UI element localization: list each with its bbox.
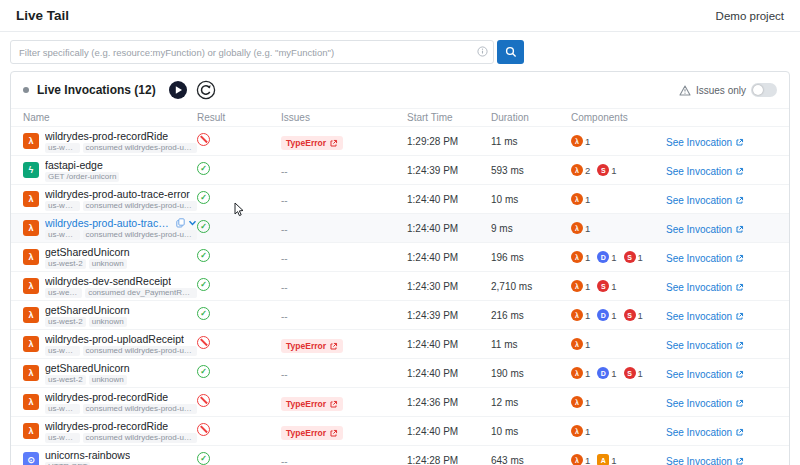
components-cell: λ1D1S1 [571, 251, 666, 263]
invocation-meta: us-west-2consumed wildrydes-prod-unicorn… [45, 230, 197, 240]
messaging-component-icon: S [624, 367, 636, 379]
see-invocation-link[interactable]: See Invocation [666, 398, 744, 409]
link-external-icon [735, 457, 744, 465]
see-invocation-link[interactable]: See Invocation [666, 427, 744, 438]
table-row[interactable]: λ wildrydes-prod-recordRide us-west-2con… [11, 417, 789, 446]
see-invocation-label: See Invocation [666, 369, 732, 380]
messaging-component-icon: S [597, 280, 609, 292]
table-row[interactable]: λ wildrydes-prod-auto-trace-error us-wes… [11, 185, 789, 214]
issues-only-toggle[interactable] [751, 83, 777, 97]
start-time: 1:24:40 PM [407, 223, 491, 234]
components-cell: λ1D1S1 [571, 309, 666, 321]
see-invocation-link[interactable]: See Invocation [666, 282, 744, 293]
refresh-button[interactable] [196, 80, 216, 100]
search-button[interactable] [497, 40, 524, 64]
component-count: 1 [585, 223, 590, 234]
table-row[interactable]: λ getSharedUnicorn us-west-2unknown -- 1… [11, 359, 789, 388]
issue-badge[interactable]: TypeError [281, 339, 343, 353]
live-invocations-panel: Live Invocations (12) Issues only Name R… [10, 71, 790, 465]
invocation-name: wildrydes-prod-uploadReceipt [45, 333, 184, 345]
component-badge: D1 [597, 367, 616, 379]
lambda-icon: λ [23, 249, 39, 265]
invocation-name: wildrydes-prod-recordRide [45, 420, 168, 432]
invocation-name: wildrydes-prod-recordRide [45, 130, 168, 142]
see-invocation-link[interactable]: See Invocation [666, 195, 744, 206]
invocation-meta: us-west-2consumed wildrydes-prod-unicorn… [45, 433, 197, 443]
see-invocation-link[interactable]: See Invocation [666, 456, 744, 465]
component-badge: λ1 [571, 338, 590, 350]
invocation-name: wildrydes-prod-auto-trace-error [45, 217, 172, 229]
component-badge: λ1 [571, 251, 590, 263]
link-external-icon [735, 196, 744, 205]
link-external-icon [735, 138, 744, 147]
error-icon [197, 423, 210, 436]
see-invocation-link[interactable]: See Invocation [666, 369, 744, 380]
issue-badge[interactable]: TypeError [281, 426, 343, 440]
issues-only-label: Issues only [696, 85, 746, 96]
copy-icon[interactable] [176, 218, 185, 228]
table-row[interactable]: λ wildrydes-prod-uploadReceipt us-west-2… [11, 330, 789, 359]
component-count: 2 [585, 165, 590, 176]
see-invocation-link[interactable]: See Invocation [666, 224, 744, 235]
component-count: 1 [585, 194, 590, 205]
meta-chip: consumed wildrydes-prod-unicornDis [83, 143, 197, 153]
issue-external-link-icon [329, 429, 338, 438]
component-count: 1 [611, 281, 616, 292]
start-time: 1:24:36 PM [407, 397, 491, 408]
duration: 2,710 ms [491, 281, 571, 292]
table-row[interactable]: ⊙ unicorns-rainbows HTTP GET -- 1:24:28 … [11, 446, 789, 465]
issue-badge[interactable]: TypeError [281, 136, 343, 150]
no-issues-dash: -- [281, 311, 288, 322]
meta-chip: us-west-2 [45, 404, 80, 414]
play-button[interactable] [168, 80, 188, 100]
issue-external-link-icon [329, 342, 338, 351]
chevron-down-icon[interactable] [188, 219, 197, 227]
start-time: 1:24:39 PM [407, 310, 491, 321]
see-invocation-link[interactable]: See Invocation [666, 137, 744, 148]
table-row[interactable]: λ wildrydes-prod-recordRide us-west-2con… [11, 127, 789, 156]
see-invocation-label: See Invocation [666, 340, 732, 351]
see-invocation-label: See Invocation [666, 195, 732, 206]
table-row[interactable]: λ getSharedUnicorn us-west-2unknown -- 1… [11, 243, 789, 272]
start-time: 1:24:28 PM [407, 455, 491, 465]
table-row[interactable]: ϟ fastapi-edge GET /order-unicorn -- 1:2… [11, 156, 789, 185]
components-cell: λ1 [571, 425, 666, 437]
lambda-icon: λ [23, 394, 39, 410]
lambda-component-icon: λ [571, 193, 583, 205]
table-row[interactable]: λ wildrydes-prod-auto-trace-error us-wes… [11, 214, 789, 243]
see-invocation-link[interactable]: See Invocation [666, 166, 744, 177]
messaging-component-icon: S [597, 164, 609, 176]
component-count: 1 [585, 281, 590, 292]
table-row[interactable]: λ wildrydes-prod-recordRide us-west-2con… [11, 388, 789, 417]
http-icon: ⊙ [23, 452, 39, 465]
component-badge: λ1 [571, 309, 590, 321]
column-components: Components [571, 112, 666, 123]
lambda-icon: λ [23, 220, 39, 236]
database-component-icon: D [597, 309, 609, 321]
duration: 9 ms [491, 223, 571, 234]
see-invocation-link[interactable]: See Invocation [666, 340, 744, 351]
table-row[interactable]: λ wildrydes-dev-sendReceipt us-west-2con… [11, 272, 789, 301]
components-cell: λ2S1 [571, 164, 666, 176]
lambda-component-icon: λ [571, 396, 583, 408]
component-badge: λ1 [571, 454, 590, 465]
filter-bar [0, 32, 800, 71]
name-extras [176, 218, 197, 228]
link-external-icon [735, 167, 744, 176]
see-invocation-link[interactable]: See Invocation [666, 311, 744, 322]
no-issues-dash: -- [281, 224, 288, 235]
table-row[interactable]: λ getSharedUnicorn us-west-2unknown -- 1… [11, 301, 789, 330]
toggle-knob [753, 85, 763, 95]
component-count: 1 [611, 252, 616, 263]
error-icon [197, 394, 210, 407]
issue-badge-label: TypeError [286, 138, 326, 148]
issue-badge[interactable]: TypeError [281, 397, 343, 411]
info-icon[interactable] [477, 46, 488, 57]
component-count: 1 [585, 310, 590, 321]
project-selector[interactable]: Demo project [716, 10, 784, 22]
see-invocation-label: See Invocation [666, 253, 732, 264]
see-invocation-label: See Invocation [666, 456, 732, 465]
meta-chip: consumed dev_PaymentRecords [85, 288, 197, 298]
filter-input[interactable] [10, 40, 494, 64]
see-invocation-link[interactable]: See Invocation [666, 253, 744, 264]
